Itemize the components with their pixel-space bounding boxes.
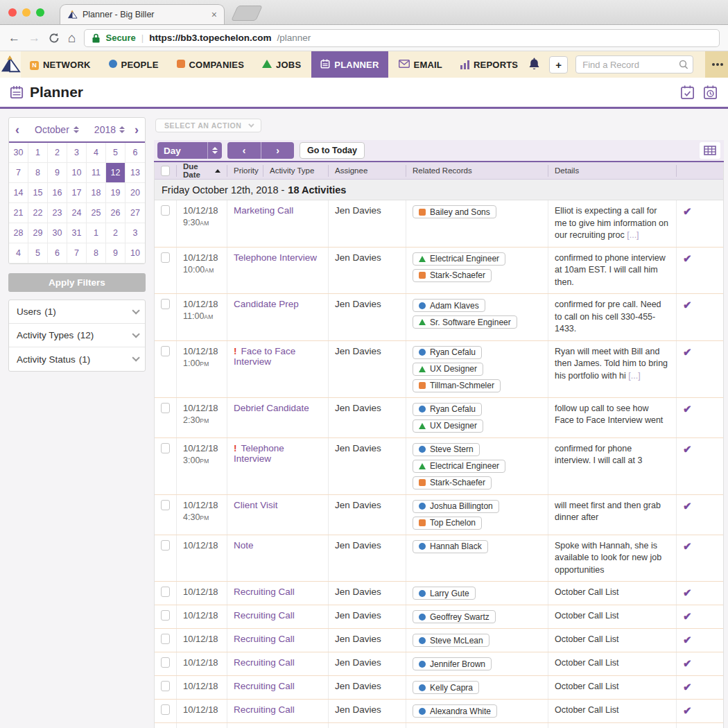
activity-type-link[interactable]: Recruiting Call	[234, 634, 295, 644]
fullscreen-window-button[interactable]	[36, 8, 44, 17]
calendar-prev-icon[interactable]: ‹	[15, 123, 19, 136]
related-record-tag[interactable]: Kelly Capra	[413, 681, 479, 694]
related-record-tag[interactable]: Stark-Schaefer	[413, 269, 492, 282]
column-header-related-records[interactable]: Related Records	[406, 165, 548, 177]
calendar-day[interactable]: 13	[125, 163, 145, 183]
view-select[interactable]: Day	[157, 142, 222, 159]
completed-check-icon[interactable]: ✔	[683, 252, 692, 264]
row-checkbox[interactable]	[161, 403, 170, 413]
nav-item-companies[interactable]: COMPANIES	[168, 51, 254, 78]
activity-type-link[interactable]: Telephone Interview	[234, 443, 284, 464]
activity-type-link[interactable]: Recruiting Call	[234, 681, 295, 691]
back-icon[interactable]: ←	[8, 32, 20, 44]
completed-check-icon[interactable]: ✔	[683, 346, 692, 358]
related-record-tag[interactable]: Tillman-Schmeler	[413, 379, 501, 392]
nav-item-reports[interactable]: REPORTS	[451, 51, 527, 78]
nav-more-button[interactable]	[705, 51, 728, 78]
year-stepper[interactable]	[119, 126, 125, 133]
completed-check-icon[interactable]: ✔	[683, 704, 692, 716]
row-checkbox[interactable]	[161, 610, 170, 621]
calendar-day[interactable]: 11	[87, 163, 106, 183]
completed-check-icon[interactable]: ✔	[683, 681, 692, 693]
big-biller-logo[interactable]	[0, 51, 21, 78]
grid-view-button[interactable]	[700, 142, 720, 159]
new-tab-button[interactable]	[231, 6, 263, 21]
completed-check-icon[interactable]: ✔	[683, 299, 692, 311]
go-to-today-button[interactable]: Go to Today	[300, 142, 365, 159]
address-bar[interactable]: Secure | https://bb3.topechelon.com/plan…	[84, 29, 720, 47]
related-record-tag[interactable]: UX Designer	[413, 363, 483, 376]
row-checkbox[interactable]	[161, 704, 170, 715]
activity-type-link[interactable]: Telephone Interview	[234, 252, 317, 263]
related-record-tag[interactable]: Ryan Cefalu	[413, 346, 482, 359]
calendar-day[interactable]: 1	[87, 223, 106, 243]
calendar-day[interactable]: 25	[87, 203, 106, 223]
calendar-day[interactable]: 3	[125, 223, 145, 243]
prev-day-button[interactable]: ‹	[227, 142, 261, 159]
row-checkbox[interactable]	[161, 299, 170, 309]
calendar-day[interactable]: 6	[125, 143, 145, 163]
completed-check-icon[interactable]: ✔	[683, 403, 692, 415]
column-header-assignee[interactable]: Assignee	[329, 165, 406, 177]
nav-item-network[interactable]: NNETWORK	[21, 51, 100, 78]
related-record-tag[interactable]: Steve McLean	[413, 634, 489, 647]
calendar-day[interactable]: 23	[48, 203, 67, 223]
completed-check-icon[interactable]: ✔	[683, 610, 692, 622]
related-record-tag[interactable]: Stark-Schaefer	[413, 476, 492, 489]
calendar-day[interactable]: 30	[9, 143, 28, 163]
calendar-day[interactable]: 8	[87, 243, 106, 263]
column-header-details[interactable]: Details	[548, 165, 677, 177]
calendar-day[interactable]: 2	[48, 143, 67, 163]
filter-group-activity-status[interactable]: Activity Status(1)	[9, 347, 145, 371]
calendar-day[interactable]: 9	[106, 243, 125, 263]
calendar-day[interactable]: 5	[106, 143, 125, 163]
row-checkbox[interactable]	[161, 252, 170, 263]
calendar-day[interactable]: 31	[67, 223, 87, 243]
related-record-tag[interactable]: Joshua Billington	[413, 500, 499, 513]
row-checkbox[interactable]	[161, 205, 170, 216]
forward-icon[interactable]: →	[28, 32, 40, 44]
related-record-tag[interactable]: Top Echelon	[413, 517, 482, 530]
details-more-link[interactable]: [...]	[627, 230, 639, 240]
activity-type-link[interactable]: Recruiting Call	[234, 610, 295, 621]
calendar-day[interactable]: 4	[87, 143, 106, 163]
column-header-activity-type[interactable]: Activity Type	[263, 165, 329, 177]
calendar-day[interactable]: 9	[48, 163, 67, 183]
row-checkbox[interactable]	[161, 500, 170, 510]
completed-check-icon[interactable]: ✔	[683, 500, 692, 512]
calendar-day[interactable]: 16	[48, 183, 67, 203]
related-record-tag[interactable]: UX Designer	[413, 419, 483, 433]
filter-group-activity-types[interactable]: Activity Types(12)	[9, 324, 145, 347]
row-checkbox[interactable]	[161, 443, 170, 453]
calendar-day[interactable]: 10	[125, 243, 145, 263]
calendar-next-icon[interactable]: ›	[135, 123, 139, 136]
activity-type-link[interactable]: Client Visit	[234, 500, 278, 510]
select-action-button[interactable]: SELECT AN ACTION	[155, 119, 261, 132]
activity-type-link[interactable]: Recruiting Call	[234, 587, 295, 597]
calendar-day[interactable]: 7	[9, 163, 28, 183]
row-checkbox[interactable]	[161, 587, 170, 597]
activity-type-link[interactable]: Face to Face Interview	[234, 346, 295, 367]
column-header-priority[interactable]: Priority	[227, 165, 263, 177]
select-all-checkbox[interactable]	[161, 166, 170, 176]
calendar-day[interactable]: 21	[9, 203, 28, 223]
tasks-calendar-check-icon[interactable]	[679, 85, 695, 101]
next-day-button[interactable]: ›	[261, 142, 294, 159]
minimize-window-button[interactable]	[22, 8, 31, 17]
calendar-day[interactable]: 1	[28, 143, 48, 163]
completed-check-icon[interactable]: ✔	[683, 540, 692, 552]
row-checkbox[interactable]	[161, 346, 170, 356]
row-checkbox[interactable]	[161, 681, 170, 691]
details-more-link[interactable]: [...]	[628, 371, 640, 381]
related-record-tag[interactable]: Larry Gute	[413, 587, 476, 600]
month-stepper[interactable]	[73, 126, 79, 133]
calendar-day[interactable]: 6	[48, 243, 67, 263]
activity-type-link[interactable]: Debrief Candidate	[234, 403, 309, 413]
related-record-tag[interactable]: Geoffrey Swartz	[413, 610, 496, 623]
calendar-day[interactable]: 2	[106, 223, 125, 243]
browser-tab[interactable]: Planner - Big Biller ×	[60, 4, 225, 24]
related-record-tag[interactable]: Electrical Engineer	[413, 252, 505, 266]
search-input[interactable]	[575, 55, 693, 73]
activity-type-link[interactable]: Recruiting Call	[234, 704, 295, 715]
nav-item-people[interactable]: PEOPLE	[100, 51, 168, 78]
